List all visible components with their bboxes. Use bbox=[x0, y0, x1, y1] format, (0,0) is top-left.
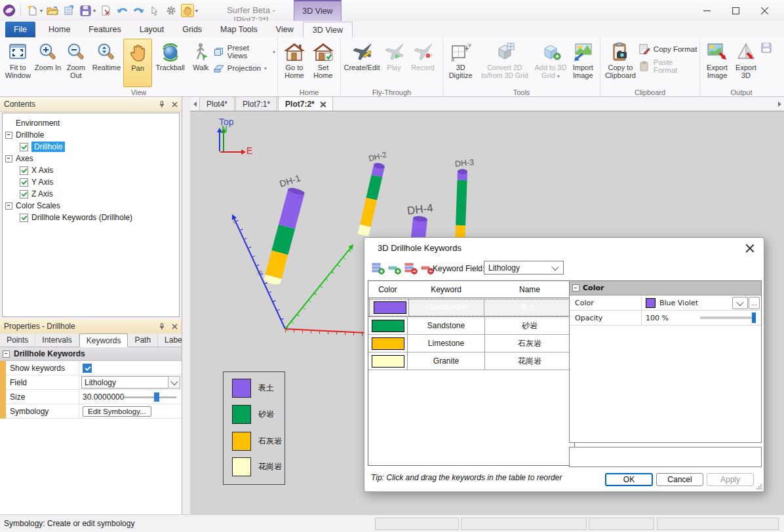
size-value[interactable]: 30.0000000 bbox=[83, 392, 124, 402]
projection-menu[interactable]: Projection▾ bbox=[214, 64, 275, 73]
color-dropdown-button[interactable] bbox=[732, 297, 748, 309]
tab-plot7-1[interactable]: Plot7:1* bbox=[235, 96, 277, 111]
trackball-button[interactable]: Trackball bbox=[152, 39, 187, 87]
tab-map-tools[interactable]: Map Tools bbox=[211, 22, 267, 37]
checkbox-checked[interactable] bbox=[20, 178, 28, 187]
tree-item-drillhole-group[interactable]: Drillhole bbox=[5, 129, 176, 141]
field-dropdown-arrow[interactable] bbox=[168, 376, 180, 389]
color-swatch[interactable] bbox=[372, 337, 404, 350]
checkbox-checked[interactable] bbox=[20, 190, 28, 199]
more-commands-arrow[interactable]: ▾ bbox=[195, 8, 198, 14]
tree-item-z-axis[interactable]: Z Axis bbox=[5, 188, 176, 200]
color-swatch[interactable] bbox=[374, 301, 406, 314]
collapse-icon[interactable] bbox=[5, 132, 12, 139]
keyword-cell[interactable]: Sandstone bbox=[408, 317, 485, 334]
name-cell[interactable]: 砂岩 bbox=[485, 317, 574, 334]
preset-views-menu[interactable]: Preset Views▾ bbox=[214, 44, 275, 60]
field-dropdown[interactable]: Lithology bbox=[81, 376, 180, 389]
add-keyword-row-icon[interactable] bbox=[387, 261, 401, 275]
collapse-icon[interactable] bbox=[5, 202, 12, 210]
copy-to-clipboard-button[interactable]: Copy to Clipboard bbox=[602, 39, 638, 87]
walk-button[interactable]: Walk bbox=[188, 39, 214, 87]
opacity-slider[interactable] bbox=[700, 316, 756, 319]
tree-item-axes-group[interactable]: Axes bbox=[5, 153, 176, 164]
options-gear-icon[interactable] bbox=[165, 4, 178, 17]
checkbox-checked[interactable] bbox=[20, 166, 28, 175]
keyword-field-dropdown[interactable]: Lithology bbox=[484, 261, 564, 275]
tree-item-color-scales-group[interactable]: Color Scales bbox=[5, 200, 176, 212]
color-swatch[interactable] bbox=[372, 355, 404, 368]
checkbox-checked[interactable] bbox=[20, 143, 28, 151]
undo-icon[interactable] bbox=[115, 4, 128, 17]
realtime-zoom-button[interactable]: Realtime bbox=[90, 39, 123, 87]
ok-button[interactable]: OK bbox=[605, 473, 653, 486]
select-cursor-icon[interactable] bbox=[148, 4, 161, 17]
save-output-icon[interactable] bbox=[760, 41, 773, 54]
name-cell[interactable]: 花崗岩 bbox=[485, 352, 574, 370]
close-tab-icon[interactable] bbox=[320, 101, 326, 107]
show-keywords-checkbox[interactable] bbox=[83, 364, 92, 373]
open-icon[interactable] bbox=[46, 4, 59, 17]
tree-item-x-axis[interactable]: X Axis bbox=[5, 164, 176, 176]
pin-icon[interactable] bbox=[159, 323, 165, 330]
tree-item-y-axis[interactable]: Y Axis bbox=[5, 176, 176, 188]
zoom-out-button[interactable]: Zoom Out bbox=[62, 39, 90, 87]
surfer-logo-icon[interactable] bbox=[3, 4, 16, 17]
new-document-icon[interactable] bbox=[26, 4, 39, 17]
scroll-tabs-left-icon[interactable] bbox=[190, 98, 199, 111]
table-row-limestone[interactable]: Limestone 石灰岩 bbox=[368, 335, 574, 352]
remove-keyword-row-icon[interactable] bbox=[420, 261, 434, 275]
dialog-close-icon[interactable] bbox=[745, 243, 755, 252]
edit-symbology-button[interactable]: Edit Symbology... bbox=[83, 406, 151, 417]
keyword-cell[interactable]: Limestone bbox=[408, 335, 485, 352]
go-to-home-button[interactable]: Go to Home bbox=[280, 39, 309, 87]
export-image-button[interactable]: Export Image bbox=[702, 39, 732, 87]
export-icon[interactable] bbox=[99, 4, 112, 17]
3d-digitize-button[interactable]: YX 3D Digitize bbox=[445, 39, 476, 87]
tree-item-environment[interactable]: Environment bbox=[5, 117, 176, 129]
table-row-overburden[interactable]: Overburden 表土 bbox=[368, 298, 574, 317]
pan-hand-icon[interactable] bbox=[181, 4, 194, 17]
tab-grids[interactable]: Grids bbox=[173, 22, 211, 37]
opacity-slider-handle[interactable] bbox=[752, 313, 756, 323]
import-icon[interactable] bbox=[62, 4, 75, 17]
tree-item-drillhole-keywords[interactable]: Drillhole Keywords (Drillhole) bbox=[5, 212, 176, 223]
remove-keyword-rows-icon[interactable] bbox=[404, 261, 418, 275]
section-header-drillhole-keywords[interactable]: Drillhole Keywords bbox=[0, 347, 182, 361]
tab-view[interactable]: View bbox=[267, 22, 303, 37]
panel-splitter[interactable] bbox=[182, 97, 190, 514]
close-button[interactable] bbox=[750, 0, 779, 21]
save-dropdown-arrow[interactable]: ▾ bbox=[93, 8, 96, 14]
opacity-value[interactable]: 100 % bbox=[646, 314, 669, 322]
tab-intervals[interactable]: Intervals bbox=[35, 333, 79, 347]
tab-plot7-2[interactable]: Plot7:2* bbox=[278, 96, 333, 111]
save-icon[interactable] bbox=[79, 4, 92, 17]
redo-icon[interactable] bbox=[132, 4, 145, 17]
collapse-icon[interactable] bbox=[3, 351, 10, 358]
cancel-button[interactable]: Cancel bbox=[656, 473, 703, 486]
close-panel-icon[interactable] bbox=[172, 102, 178, 107]
collapse-icon[interactable] bbox=[5, 155, 12, 162]
name-cell[interactable]: 表土 bbox=[484, 299, 572, 316]
tab-path[interactable]: Path bbox=[128, 333, 158, 347]
import-image-button[interactable]: Import Image bbox=[568, 39, 598, 87]
new-dropdown-arrow[interactable]: ▾ bbox=[40, 8, 43, 14]
add-keyword-rows-icon[interactable] bbox=[371, 261, 385, 275]
dialog-resize-grip[interactable] bbox=[756, 484, 762, 489]
pin-icon[interactable] bbox=[159, 101, 165, 108]
keyword-cell[interactable]: Overburden bbox=[409, 299, 484, 316]
size-slider[interactable] bbox=[124, 396, 176, 398]
tab-plot4[interactable]: Plot4* bbox=[199, 96, 235, 111]
minimize-button[interactable] bbox=[692, 0, 721, 21]
tab-keywords[interactable]: Keywords bbox=[79, 333, 128, 347]
keyword-cell[interactable]: Granite bbox=[408, 352, 485, 370]
color-section-header[interactable]: Color bbox=[570, 281, 761, 295]
scroll-tabs-right-icon[interactable] bbox=[775, 98, 784, 111]
close-panel-icon[interactable] bbox=[172, 324, 178, 330]
size-slider-handle[interactable] bbox=[154, 392, 159, 402]
tree-item-drillhole[interactable]: Drillhole bbox=[5, 141, 176, 153]
checkbox-checked[interactable] bbox=[20, 214, 28, 222]
tab-3d-view[interactable]: 3D View bbox=[303, 22, 353, 37]
color-more-button[interactable]: ... bbox=[749, 297, 760, 309]
tab-home[interactable]: Home bbox=[39, 22, 79, 37]
